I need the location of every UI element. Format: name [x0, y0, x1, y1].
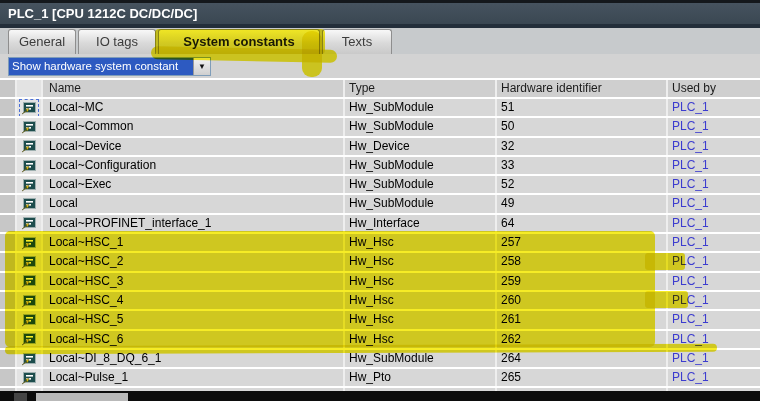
row-hw-id[interactable]: 50 [497, 118, 668, 135]
row-gutter-cell[interactable] [0, 273, 17, 290]
row-name[interactable]: Local~Common [43, 118, 345, 135]
row-gutter-cell[interactable] [0, 369, 17, 386]
row-hw-id[interactable]: 51 [497, 99, 668, 116]
row-gutter-cell[interactable] [0, 292, 17, 309]
row-hw-id[interactable]: 257 [497, 234, 668, 251]
row-icon-cell[interactable] [17, 176, 43, 193]
row-name[interactable]: Local~DI_8_DQ_6_1 [43, 350, 345, 367]
column-header-used-by[interactable]: Used by [668, 80, 760, 97]
table-row[interactable]: Local~Exec Hw_SubModule 52 PLC_1 [0, 176, 760, 195]
table-row[interactable]: Local~PROFINET_interface_1 Hw_Interface … [0, 215, 760, 234]
column-header-hardware-identifier[interactable]: Hardware identifier [497, 80, 668, 97]
row-used-by[interactable]: PLC_1 [668, 118, 760, 135]
row-icon-cell[interactable] [17, 99, 43, 116]
table-row[interactable]: Local~Configuration Hw_SubModule 33 PLC_… [0, 157, 760, 176]
row-type[interactable]: Hw_SubModule [345, 118, 497, 135]
row-used-by[interactable]: PLC_1 [668, 253, 760, 270]
row-type[interactable]: Hw_SubModule [345, 176, 497, 193]
row-used-by[interactable]: PLC_1 [668, 157, 760, 174]
row-hw-id[interactable]: 258 [497, 253, 668, 270]
row-name[interactable]: Local~HSC_3 [43, 273, 345, 290]
row-type[interactable]: Hw_SubModule [345, 350, 497, 367]
row-icon-cell[interactable] [17, 292, 43, 309]
row-icon-cell[interactable] [17, 253, 43, 270]
table-row[interactable]: Local~MC Hw_SubModule 51 PLC_1 [0, 99, 760, 118]
row-hw-id[interactable]: 261 [497, 311, 668, 328]
row-gutter-cell[interactable] [0, 311, 17, 328]
table-row[interactable]: Local~Pulse_1 Hw_Pto 265 PLC_1 [0, 369, 760, 388]
row-gutter-cell[interactable] [0, 138, 17, 155]
row-used-by[interactable]: PLC_1 [668, 215, 760, 232]
row-name[interactable]: Local~PROFINET_interface_1 [43, 215, 345, 232]
row-icon-cell[interactable] [17, 311, 43, 328]
column-header-name[interactable]: Name [43, 80, 345, 97]
tab-system-constants[interactable]: System constants [158, 29, 320, 55]
row-name[interactable]: Local~HSC_4 [43, 292, 345, 309]
row-name[interactable]: Local [43, 195, 345, 212]
table-row[interactable]: Local~HSC_4 Hw_Hsc 260 PLC_1 [0, 292, 760, 311]
row-used-by[interactable]: PLC_1 [668, 234, 760, 251]
row-gutter-cell[interactable] [0, 350, 17, 367]
row-hw-id[interactable]: 32 [497, 138, 668, 155]
show-constants-dropdown[interactable]: Show hardware system constant ▼ [8, 57, 211, 76]
row-name[interactable]: Local~HSC_5 [43, 311, 345, 328]
row-hw-id[interactable]: 52 [497, 176, 668, 193]
row-used-by[interactable]: PLC_1 [668, 292, 760, 309]
row-name[interactable]: Local~Device [43, 138, 345, 155]
table-row[interactable]: Local~Common Hw_SubModule 50 PLC_1 [0, 118, 760, 137]
row-hw-id[interactable]: 265 [497, 369, 668, 386]
row-name[interactable]: Local~Pulse_1 [43, 369, 345, 386]
row-type[interactable]: Hw_SubModule [345, 195, 497, 212]
row-gutter-cell[interactable] [0, 118, 17, 135]
table-row[interactable]: Local~HSC_6 Hw_Hsc 262 PLC_1 [0, 331, 760, 350]
tab-io-tags[interactable]: IO tags [78, 29, 156, 54]
row-gutter-cell[interactable] [0, 331, 17, 348]
row-used-by[interactable]: PLC_1 [668, 273, 760, 290]
row-icon-cell[interactable] [17, 118, 43, 135]
row-hw-id[interactable]: 264 [497, 350, 668, 367]
row-used-by[interactable]: PLC_1 [668, 195, 760, 212]
row-type[interactable]: Hw_Hsc [345, 234, 497, 251]
table-row[interactable]: Local Hw_SubModule 49 PLC_1 [0, 195, 760, 214]
row-used-by[interactable]: PLC_1 [668, 138, 760, 155]
row-gutter-cell[interactable] [0, 157, 17, 174]
row-gutter-cell[interactable] [0, 195, 17, 212]
row-icon-cell[interactable] [17, 234, 43, 251]
tab-texts[interactable]: Texts [322, 29, 392, 54]
row-used-by[interactable]: PLC_1 [668, 176, 760, 193]
row-gutter-cell[interactable] [0, 176, 17, 193]
row-hw-id[interactable]: 49 [497, 195, 668, 212]
row-icon-cell[interactable] [17, 331, 43, 348]
row-icon-cell[interactable] [17, 195, 43, 212]
table-row[interactable]: Local~DI_8_DQ_6_1 Hw_SubModule 264 PLC_1 [0, 350, 760, 369]
row-icon-cell[interactable] [17, 369, 43, 386]
row-icon-cell[interactable] [17, 273, 43, 290]
row-name[interactable]: Local~Configuration [43, 157, 345, 174]
row-hw-id[interactable]: 33 [497, 157, 668, 174]
column-header-type[interactable]: Type [345, 80, 497, 97]
row-hw-id[interactable]: 260 [497, 292, 668, 309]
row-name[interactable]: Local~HSC_6 [43, 331, 345, 348]
row-hw-id[interactable]: 262 [497, 331, 668, 348]
row-type[interactable]: Hw_Hsc [345, 253, 497, 270]
row-gutter-cell[interactable] [0, 99, 17, 116]
row-icon-cell[interactable] [17, 157, 43, 174]
row-used-by[interactable]: PLC_1 [668, 331, 760, 348]
row-icon-cell[interactable] [17, 215, 43, 232]
row-gutter-cell[interactable] [0, 253, 17, 270]
table-row[interactable]: Local~HSC_3 Hw_Hsc 259 PLC_1 [0, 273, 760, 292]
row-hw-id[interactable]: 64 [497, 215, 668, 232]
row-name[interactable]: Local~Exec [43, 176, 345, 193]
row-gutter-cell[interactable] [0, 234, 17, 251]
row-icon-cell[interactable] [17, 138, 43, 155]
tab-general[interactable]: General [8, 29, 76, 54]
table-row[interactable]: Local~Device Hw_Device 32 PLC_1 [0, 138, 760, 157]
row-type[interactable]: Hw_Interface [345, 215, 497, 232]
row-name[interactable]: Local~HSC_2 [43, 253, 345, 270]
row-type[interactable]: Hw_Hsc [345, 311, 497, 328]
row-type[interactable]: Hw_Hsc [345, 331, 497, 348]
row-type[interactable]: Hw_SubModule [345, 99, 497, 116]
table-row[interactable]: Local~HSC_1 Hw_Hsc 257 PLC_1 [0, 234, 760, 253]
row-hw-id[interactable]: 259 [497, 273, 668, 290]
row-used-by[interactable]: PLC_1 [668, 99, 760, 116]
